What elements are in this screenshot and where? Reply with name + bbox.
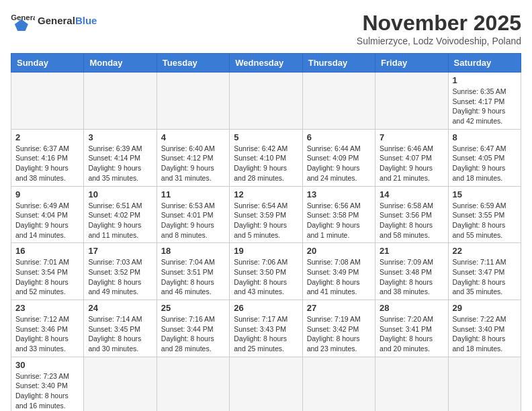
day-number: 11 bbox=[161, 189, 225, 199]
day-info: Sunrise: 6:58 AM Sunset: 3:56 PM Dayligh… bbox=[380, 201, 443, 240]
day-number: 16 bbox=[15, 246, 79, 256]
day-info: Sunrise: 7:14 AM Sunset: 3:45 PM Dayligh… bbox=[88, 314, 152, 354]
calendar-cell: 23Sunrise: 7:12 AM Sunset: 3:46 PM Dayli… bbox=[11, 300, 84, 357]
weekday-header-saturday: Saturday bbox=[448, 54, 521, 73]
calendar-cell: 17Sunrise: 7:03 AM Sunset: 3:52 PM Dayli… bbox=[84, 243, 157, 300]
subtitle: Sulmierzyce, Lodz Voivodeship, Poland bbox=[357, 36, 521, 46]
logo-general: General bbox=[38, 15, 75, 26]
day-number: 15 bbox=[453, 189, 517, 199]
page-header: General GeneralBlue November 2025 Sulmie… bbox=[11, 11, 521, 46]
title-area: November 2025 Sulmierzyce, Lodz Voivodes… bbox=[357, 11, 521, 46]
day-info: Sunrise: 7:22 AM Sunset: 3:40 PM Dayligh… bbox=[453, 314, 517, 354]
calendar-cell bbox=[157, 73, 229, 130]
calendar-cell bbox=[230, 357, 302, 411]
day-info: Sunrise: 6:46 AM Sunset: 4:07 PM Dayligh… bbox=[380, 144, 443, 183]
day-info: Sunrise: 7:01 AM Sunset: 3:54 PM Dayligh… bbox=[15, 257, 79, 297]
day-number: 9 bbox=[15, 189, 79, 199]
day-info: Sunrise: 7:11 AM Sunset: 3:47 PM Dayligh… bbox=[453, 257, 517, 297]
day-number: 30 bbox=[15, 360, 79, 370]
calendar-week-row: 1Sunrise: 6:35 AM Sunset: 4:17 PM Daylig… bbox=[11, 73, 521, 130]
calendar-cell: 13Sunrise: 6:56 AM Sunset: 3:58 PM Dayli… bbox=[302, 186, 375, 243]
calendar-week-row: 16Sunrise: 7:01 AM Sunset: 3:54 PM Dayli… bbox=[11, 243, 521, 300]
calendar-cell: 18Sunrise: 7:04 AM Sunset: 3:51 PM Dayli… bbox=[157, 243, 229, 300]
day-info: Sunrise: 7:12 AM Sunset: 3:46 PM Dayligh… bbox=[15, 314, 79, 354]
day-info: Sunrise: 7:09 AM Sunset: 3:48 PM Dayligh… bbox=[380, 257, 443, 297]
day-info: Sunrise: 7:06 AM Sunset: 3:50 PM Dayligh… bbox=[234, 257, 298, 297]
day-number: 22 bbox=[453, 246, 517, 256]
calendar-cell: 22Sunrise: 7:11 AM Sunset: 3:47 PM Dayli… bbox=[448, 243, 521, 300]
day-info: Sunrise: 7:19 AM Sunset: 3:42 PM Dayligh… bbox=[307, 314, 371, 354]
day-info: Sunrise: 6:53 AM Sunset: 4:01 PM Dayligh… bbox=[161, 201, 225, 240]
day-number: 24 bbox=[88, 303, 152, 313]
day-info: Sunrise: 6:51 AM Sunset: 4:02 PM Dayligh… bbox=[88, 201, 152, 240]
day-number: 18 bbox=[161, 246, 225, 256]
day-number: 13 bbox=[307, 189, 371, 199]
weekday-header-thursday: Thursday bbox=[302, 54, 375, 73]
day-info: Sunrise: 6:42 AM Sunset: 4:10 PM Dayligh… bbox=[234, 144, 298, 183]
day-info: Sunrise: 6:59 AM Sunset: 3:55 PM Dayligh… bbox=[453, 201, 517, 240]
day-number: 5 bbox=[234, 132, 298, 142]
day-number: 8 bbox=[453, 132, 517, 142]
day-number: 19 bbox=[234, 246, 298, 256]
month-title: November 2025 bbox=[357, 11, 521, 36]
day-number: 26 bbox=[234, 303, 298, 313]
calendar-cell bbox=[230, 73, 302, 130]
day-number: 12 bbox=[234, 189, 298, 199]
day-number: 14 bbox=[380, 189, 443, 199]
day-number: 4 bbox=[161, 132, 225, 142]
calendar-cell: 6Sunrise: 6:44 AM Sunset: 4:09 PM Daylig… bbox=[302, 129, 375, 186]
calendar-cell: 5Sunrise: 6:42 AM Sunset: 4:10 PM Daylig… bbox=[230, 129, 302, 186]
day-info: Sunrise: 7:23 AM Sunset: 3:40 PM Dayligh… bbox=[15, 371, 79, 411]
calendar-cell bbox=[84, 73, 157, 130]
calendar-cell: 21Sunrise: 7:09 AM Sunset: 3:48 PM Dayli… bbox=[375, 243, 448, 300]
calendar-week-row: 23Sunrise: 7:12 AM Sunset: 3:46 PM Dayli… bbox=[11, 300, 521, 357]
calendar-cell: 28Sunrise: 7:20 AM Sunset: 3:41 PM Dayli… bbox=[375, 300, 448, 357]
day-info: Sunrise: 6:39 AM Sunset: 4:14 PM Dayligh… bbox=[88, 144, 152, 183]
day-number: 25 bbox=[161, 303, 225, 313]
day-number: 17 bbox=[88, 246, 152, 256]
calendar-cell bbox=[375, 357, 448, 411]
weekday-header-tuesday: Tuesday bbox=[157, 54, 229, 73]
calendar-cell: 1Sunrise: 6:35 AM Sunset: 4:17 PM Daylig… bbox=[448, 73, 521, 130]
calendar-cell: 29Sunrise: 7:22 AM Sunset: 3:40 PM Dayli… bbox=[448, 300, 521, 357]
weekday-header-monday: Monday bbox=[84, 54, 157, 73]
day-info: Sunrise: 6:44 AM Sunset: 4:09 PM Dayligh… bbox=[307, 144, 371, 183]
calendar-cell: 7Sunrise: 6:46 AM Sunset: 4:07 PM Daylig… bbox=[375, 129, 448, 186]
calendar-cell bbox=[448, 357, 521, 411]
calendar-week-row: 30Sunrise: 7:23 AM Sunset: 3:40 PM Dayli… bbox=[11, 357, 521, 411]
day-info: Sunrise: 7:20 AM Sunset: 3:41 PM Dayligh… bbox=[380, 314, 443, 354]
calendar-cell: 27Sunrise: 7:19 AM Sunset: 3:42 PM Dayli… bbox=[302, 300, 375, 357]
day-number: 20 bbox=[307, 246, 371, 256]
calendar-cell: 19Sunrise: 7:06 AM Sunset: 3:50 PM Dayli… bbox=[230, 243, 302, 300]
calendar-cell: 11Sunrise: 6:53 AM Sunset: 4:01 PM Dayli… bbox=[157, 186, 229, 243]
day-info: Sunrise: 6:35 AM Sunset: 4:17 PM Dayligh… bbox=[453, 87, 517, 126]
day-info: Sunrise: 6:56 AM Sunset: 3:58 PM Dayligh… bbox=[307, 201, 371, 240]
calendar-cell: 16Sunrise: 7:01 AM Sunset: 3:54 PM Dayli… bbox=[11, 243, 84, 300]
calendar-cell: 24Sunrise: 7:14 AM Sunset: 3:45 PM Dayli… bbox=[84, 300, 157, 357]
calendar-cell bbox=[375, 73, 448, 130]
day-number: 21 bbox=[380, 246, 443, 256]
calendar-week-row: 2Sunrise: 6:37 AM Sunset: 4:16 PM Daylig… bbox=[11, 129, 521, 186]
calendar-cell bbox=[157, 357, 229, 411]
day-number: 7 bbox=[380, 132, 443, 142]
day-number: 27 bbox=[307, 303, 371, 313]
day-number: 6 bbox=[307, 132, 371, 142]
calendar-cell: 15Sunrise: 6:59 AM Sunset: 3:55 PM Dayli… bbox=[448, 186, 521, 243]
day-info: Sunrise: 7:03 AM Sunset: 3:52 PM Dayligh… bbox=[88, 257, 152, 297]
calendar-cell: 20Sunrise: 7:08 AM Sunset: 3:49 PM Dayli… bbox=[302, 243, 375, 300]
day-info: Sunrise: 7:08 AM Sunset: 3:49 PM Dayligh… bbox=[307, 257, 371, 297]
logo-icon: General bbox=[11, 11, 35, 31]
day-number: 3 bbox=[88, 132, 152, 142]
day-number: 1 bbox=[453, 75, 517, 85]
calendar-cell: 10Sunrise: 6:51 AM Sunset: 4:02 PM Dayli… bbox=[84, 186, 157, 243]
calendar-cell: 12Sunrise: 6:54 AM Sunset: 3:59 PM Dayli… bbox=[230, 186, 302, 243]
calendar-cell: 4Sunrise: 6:40 AM Sunset: 4:12 PM Daylig… bbox=[157, 129, 229, 186]
day-info: Sunrise: 6:54 AM Sunset: 3:59 PM Dayligh… bbox=[234, 201, 298, 240]
calendar-cell bbox=[11, 73, 84, 130]
day-info: Sunrise: 6:49 AM Sunset: 4:04 PM Dayligh… bbox=[15, 201, 79, 240]
day-number: 29 bbox=[453, 303, 517, 313]
day-info: Sunrise: 6:37 AM Sunset: 4:16 PM Dayligh… bbox=[15, 144, 79, 183]
calendar-cell: 9Sunrise: 6:49 AM Sunset: 4:04 PM Daylig… bbox=[11, 186, 84, 243]
calendar-table: SundayMondayTuesdayWednesdayThursdayFrid… bbox=[11, 53, 521, 411]
day-info: Sunrise: 7:17 AM Sunset: 3:43 PM Dayligh… bbox=[234, 314, 298, 354]
